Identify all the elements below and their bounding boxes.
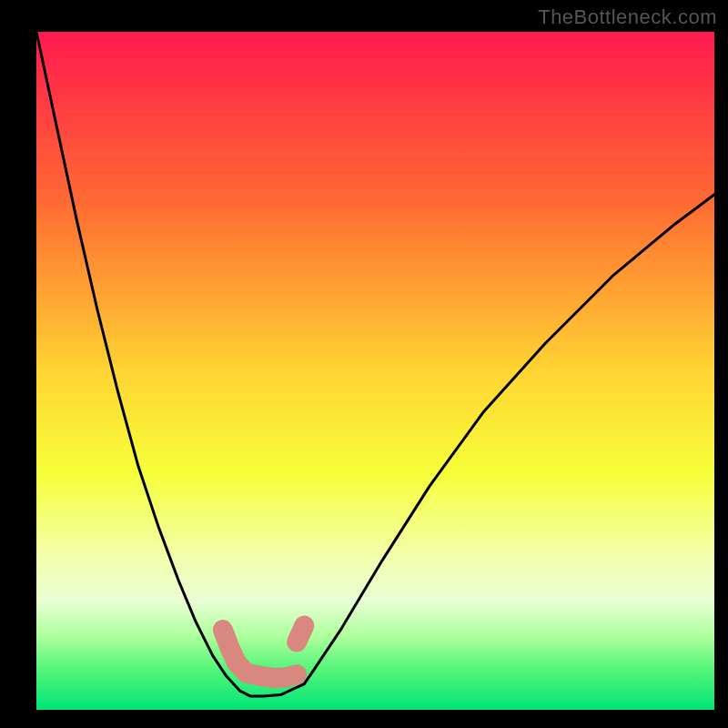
- watermark-text: TheBottleneck.com: [538, 5, 717, 29]
- marker-right-dot: [295, 617, 313, 635]
- bottleneck-chart: [0, 0, 728, 728]
- marker-left-dot: [214, 621, 232, 639]
- highlight-bottom-arc: [260, 674, 297, 678]
- chart-container: { "watermark": "TheBottleneck.com", "cha…: [0, 0, 728, 728]
- plot-background: [36, 32, 714, 710]
